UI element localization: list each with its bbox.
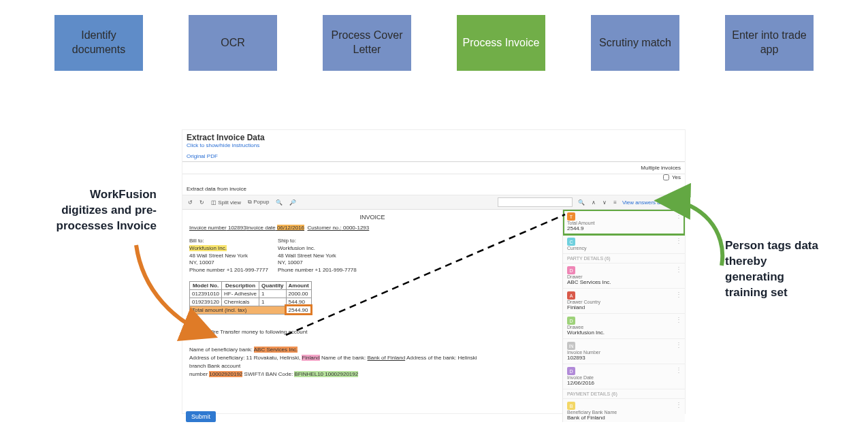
- answer-invoice-number[interactable]: IN Invoice Number 102893 ⋮: [563, 339, 685, 364]
- table-row: 019239120 Chemicals 1 544.90: [190, 298, 312, 306]
- answer-drawee[interactable]: D Drawee Workfusion Inc. ⋮: [563, 314, 685, 339]
- invoice-number-value: 102893: [228, 225, 246, 231]
- ben-addr-value: 11 Rovakatu, Helinski,: [246, 355, 301, 361]
- zoom-out-icon[interactable]: 🔎: [288, 199, 298, 206]
- ben-addr-label: Address of beneficiary:: [189, 355, 244, 361]
- kebab-icon[interactable]: ⋮: [675, 291, 682, 298]
- undo-icon[interactable]: ↺: [187, 199, 194, 206]
- kebab-icon[interactable]: ⋮: [675, 367, 682, 374]
- bank-name-label: Name of the bank:: [321, 355, 366, 361]
- document-viewer: INVOICE Invoice number 102893Invoice dat…: [182, 210, 562, 422]
- swift-value: BFINHEL10 10002920192: [294, 371, 358, 377]
- process-steps-row: Identify documents OCR Process Cover Let…: [0, 0, 868, 71]
- redo-icon[interactable]: ↻: [198, 199, 206, 206]
- bill-to-name: Workfusion Inc.: [189, 245, 227, 251]
- ben-bank-value: ABC Services Inc.: [254, 347, 298, 353]
- answers-sidepanel: T Total Amount 2544.9 ⋮ C Currency ⋮ PAR…: [562, 210, 685, 422]
- table-total-row: Total amount (incl. tax) 2544.90: [190, 306, 312, 314]
- multiple-invoices-checkbox[interactable]: [663, 174, 669, 180]
- right-annotation-caption: Person tags data thereby generating trai…: [725, 238, 820, 301]
- customer-no-label: Customer no.:: [308, 225, 342, 231]
- zoom-in-icon[interactable]: 🔍: [274, 199, 284, 206]
- kebab-icon[interactable]: ⋮: [675, 342, 682, 349]
- table-row: 012391010 HF- Adhesive 1 2000.00: [190, 289, 312, 298]
- toolbar: ↺ ↻ ◫ Split view ⧉ Popup 🔍 🔎 🔍 ∧ ∨ ≡ Vie…: [182, 195, 685, 210]
- col-model-no: Model No.: [190, 281, 222, 289]
- group-party-details: PARTY DETAILS (6): [563, 254, 685, 263]
- badge-drawer-icon: D: [567, 266, 575, 274]
- ben-bank-label: Name of beneficiary bank:: [189, 347, 253, 353]
- badge-invoice-number-icon: IN: [567, 342, 575, 350]
- ship-to-header: Ship to:: [278, 238, 357, 245]
- kebab-icon[interactable]: ⋮: [675, 238, 682, 244]
- total-amount-highlight: 2544.90: [286, 306, 311, 314]
- bank-addr-label: Address of the bank:: [406, 355, 456, 361]
- popup-toggle[interactable]: ⧉ Popup: [246, 199, 270, 206]
- total-label: Total amount (incl. tax): [190, 306, 287, 314]
- ship-to-addr1: 48 Wall Street New York: [278, 253, 357, 260]
- answer-total-amount[interactable]: T Total Amount 2544.9 ⋮: [563, 210, 685, 235]
- ship-to-name: Workfusion Inc.: [278, 245, 357, 253]
- multiple-invoices-label: Multiple invoices: [641, 165, 681, 171]
- ship-to-phone: Phone number +1 201-999-7778: [278, 267, 357, 274]
- step-process-invoice: Process Invoice: [457, 15, 545, 71]
- group-payment-details: PAYMENT DETAILS (6): [563, 389, 685, 399]
- acct-no-value: 10002920192: [209, 371, 242, 377]
- answer-drawer[interactable]: D Drawer ABC Services Inc. ⋮: [563, 263, 685, 289]
- badge-currency-icon: C: [567, 238, 575, 246]
- invoice-date-value: 06/12/2016: [277, 225, 304, 231]
- search-next-icon[interactable]: ∨: [601, 199, 608, 206]
- search-icon[interactable]: 🔍: [577, 199, 586, 206]
- col-amount: Amount: [286, 281, 311, 289]
- step-enter-trade-app: Enter into trade app: [725, 15, 814, 71]
- answer-invoice-date[interactable]: D Invoice Date 12/06/2016 ⋮: [563, 364, 685, 389]
- bill-to-phone: Phone number +1 201-999-7777: [189, 267, 268, 274]
- answer-ben-bank-name[interactable]: B Beneficiary Bank Name Bank of Finland …: [563, 399, 685, 422]
- acct-no-label: number: [189, 371, 208, 377]
- kebab-icon[interactable]: ⋮: [675, 402, 682, 408]
- ben-country-value: Finland: [302, 355, 319, 361]
- extract-data-label: Extract data from invoice: [182, 183, 685, 195]
- step-scrutiny-match: Scrutiny match: [591, 15, 679, 71]
- multiple-invoices-yes: Yes: [672, 174, 681, 180]
- bill-to-addr1: 48 Wall Street New York: [189, 253, 268, 260]
- answer-drawer-country[interactable]: A Drawer Country Finland ⋮: [563, 289, 685, 314]
- step-process-cover-letter: Process Cover Letter: [323, 15, 411, 71]
- badge-invoice-date-icon: D: [567, 367, 575, 375]
- kebab-icon[interactable]: ⋮: [675, 317, 682, 323]
- answer-currency[interactable]: C Currency ⋮: [563, 235, 685, 254]
- swift-label: SWIFT/I BAN Code:: [244, 371, 293, 377]
- split-view-toggle[interactable]: ◫ Split view: [210, 199, 242, 206]
- search-prev-icon[interactable]: ∧: [590, 199, 597, 206]
- bill-to-header: Bill to:: [189, 238, 268, 245]
- wire-intro: Please Wire Transfer money to following …: [189, 328, 482, 336]
- app-title: Extract Invoice Data: [182, 130, 685, 142]
- multiple-invoices-row: Multiple invoices: [182, 162, 685, 174]
- ship-to-addr2: NY, 10007: [278, 259, 357, 267]
- submit-button[interactable]: Submit: [186, 411, 216, 422]
- search-input[interactable]: [498, 197, 573, 207]
- step-identify-documents: Identify documents: [54, 15, 143, 71]
- doc-heading-invoice: INVOICE: [189, 214, 556, 221]
- toggle-instructions-link[interactable]: Click to show/hide instructions: [182, 142, 685, 151]
- invoice-number-label: Invoice number: [189, 225, 227, 231]
- app-window: Extract Invoice Data Click to show/hide …: [182, 129, 686, 414]
- view-answers-table-link[interactable]: View answers as a table: [622, 199, 681, 206]
- badge-total-icon: T: [567, 212, 575, 221]
- customer-no-value: 0000-1293: [343, 225, 369, 231]
- badge-drawer-country-icon: A: [567, 291, 575, 300]
- badge-ben-bank-icon: B: [567, 402, 575, 410]
- invoice-date-label: Invoice date: [246, 225, 276, 231]
- line-items-table: Model No. Description Quantity Amount 01…: [189, 281, 312, 315]
- left-annotation-caption: WorkFusion digitizes and pre-processes I…: [54, 187, 157, 234]
- list-icon[interactable]: ≡: [612, 199, 618, 206]
- col-quantity: Quantity: [259, 281, 286, 289]
- step-ocr: OCR: [189, 15, 277, 71]
- bank-name-value: Bank of Finland: [368, 355, 406, 361]
- kebab-icon[interactable]: ⋮: [675, 212, 682, 219]
- col-description: Description: [222, 281, 259, 289]
- tab-original-pdf[interactable]: Original PDF: [182, 151, 685, 162]
- bill-to-addr2: NY, 10007: [189, 259, 268, 267]
- kebab-icon[interactable]: ⋮: [675, 266, 682, 273]
- badge-drawee-icon: D: [567, 317, 575, 325]
